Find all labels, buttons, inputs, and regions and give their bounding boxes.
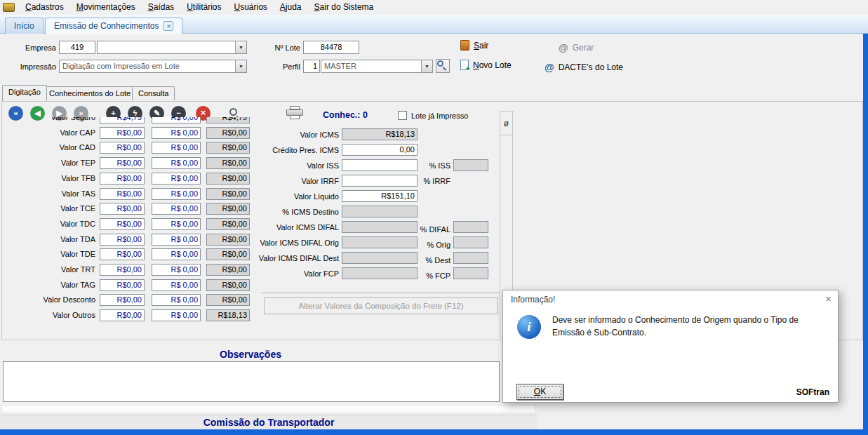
value-row: Valor TASR$0,00R$ 0,00R$0,00 <box>4 188 257 200</box>
value-field-col2[interactable]: R$ 0,00 <box>152 248 201 260</box>
menu-movimentacoes[interactable]: Movimentações <box>70 0 142 15</box>
observacoes-textarea[interactable] <box>3 361 500 402</box>
value-field-col1[interactable]: R$0,00 <box>100 127 145 139</box>
value-field-col3: R$0,00 <box>206 294 250 306</box>
value-field-col1[interactable]: R$0,00 <box>100 203 145 215</box>
pct-icms-destino-label: % ICMS Destino <box>253 208 339 216</box>
value-field-col2[interactable]: R$ 0,00 <box>152 294 201 306</box>
perfil-combo[interactable]: MASTER ▼ <box>321 60 433 73</box>
value-field-col1[interactable]: R$0,00 <box>100 188 145 200</box>
value-field-col2[interactable]: R$ 0,00 <box>152 279 201 291</box>
lote-impresso-checkbox[interactable] <box>398 111 407 120</box>
dacte-button[interactable]: @ DACTE's do Lote <box>545 62 623 73</box>
subtab-consulta[interactable]: Consulta <box>132 86 175 100</box>
app-window: Cadastros Movimentações Saídas Utilitári… <box>0 0 868 435</box>
empresa-combo[interactable]: ▼ <box>97 41 247 54</box>
sair-button-label: Sair <box>474 41 488 51</box>
sair-button[interactable]: Sair <box>460 40 488 51</box>
search-icon <box>436 60 448 71</box>
chevron-down-icon[interactable]: ▼ <box>235 41 246 53</box>
pct-dest-label: % Dest <box>420 256 450 265</box>
chevron-down-icon[interactable]: ▼ <box>421 60 432 72</box>
tab-emissao-conhecimentos[interactable]: Emissão de Conhecimentos × <box>45 18 182 34</box>
pct-difal-label: % DIFAL <box>420 225 450 234</box>
window-border-bottom <box>0 429 868 435</box>
tab-inicio[interactable]: Início <box>5 18 44 34</box>
menu-utilitarios[interactable]: Utilitários <box>180 0 227 15</box>
value-field-col2[interactable]: R$ 0,00 <box>152 117 201 123</box>
pct-dest-field <box>453 252 488 264</box>
menu-usuarios[interactable]: Usuários <box>227 0 273 15</box>
subtab-conhecimentos-do-lote[interactable]: Conhecimentos do Lote <box>43 86 137 100</box>
value-row-label: Valor TRT <box>4 265 95 274</box>
menu-cadastros[interactable]: Cadastros <box>19 0 70 15</box>
dacte-label: DACTE's do Lote <box>559 62 623 72</box>
impressao-label: Impressão <box>14 62 56 71</box>
subtab-digitacao[interactable]: Digitação <box>2 85 47 101</box>
value-field-col1[interactable]: R$0,00 <box>100 218 145 230</box>
value-field-col2[interactable]: R$ 0,00 <box>152 309 201 321</box>
valor-icms-difal-label: Valor ICMS DIFAL <box>253 223 339 232</box>
value-row: Valor TAGR$0,00R$ 0,00R$0,00 <box>4 279 257 291</box>
perfil-search-button[interactable] <box>436 59 450 73</box>
lote-label: Nº Lote <box>267 44 300 52</box>
value-field-col2[interactable]: R$ 0,00 <box>152 188 201 200</box>
value-field-col2[interactable]: R$ 0,00 <box>152 218 201 230</box>
menu-ajuda[interactable]: Ajuda <box>274 0 308 15</box>
value-field-col1[interactable]: R$0,00 <box>100 157 145 169</box>
value-row: Valor OutrosR$0,00R$ 0,00R$18,13 <box>4 309 257 321</box>
menu-sair-do-sistema[interactable]: Sair do Sistema <box>308 0 380 15</box>
value-field-col1[interactable]: R$0,00 <box>100 264 145 276</box>
tab-close-icon[interactable]: × <box>163 21 173 31</box>
perfil-code-field[interactable]: 1 <box>303 60 320 73</box>
value-field-col2[interactable]: R$ 0,00 <box>152 203 201 215</box>
menubar: Cadastros Movimentações Saídas Utilitári… <box>0 0 868 15</box>
credito-pres-icms-field[interactable]: 0,00 <box>342 144 418 156</box>
ok-button[interactable]: OK <box>516 384 563 400</box>
value-field-col1[interactable]: R$0,00 <box>100 234 145 246</box>
value-field-col1[interactable]: R$0,00 <box>100 309 145 321</box>
valor-icms-difal-orig-field <box>342 236 418 248</box>
print-button[interactable] <box>286 106 303 120</box>
value-field-col2[interactable]: R$ 0,00 <box>152 127 201 139</box>
value-field-col1[interactable]: R$0,00 <box>100 279 145 291</box>
ok-button-label: OK <box>534 384 546 399</box>
value-field-col2[interactable]: R$ 0,00 <box>152 234 201 246</box>
menu-saidas[interactable]: Saídas <box>142 0 180 15</box>
value-row: Valor TRTR$0,00R$ 0,00R$0,00 <box>4 264 257 276</box>
value-field-col2[interactable]: R$ 0,00 <box>152 173 201 185</box>
valor-icms-difal-dest-field <box>342 252 418 264</box>
value-row-label: Valor TEP <box>4 159 95 167</box>
value-field-col1[interactable]: R$0,00 <box>100 248 145 260</box>
value-field-col1[interactable]: R$0,00 <box>100 173 145 185</box>
tab-strip: Início Emissão de Conhecimentos × <box>0 15 868 34</box>
value-row-label: Valor CAD <box>4 143 95 152</box>
empresa-label: Empresa <box>14 44 56 52</box>
valor-irrf-field[interactable] <box>342 175 418 187</box>
lote-field[interactable]: 84478 <box>303 41 359 54</box>
empresa-code-field[interactable]: 419 <box>59 41 95 54</box>
chevron-down-icon[interactable]: ▼ <box>235 60 246 72</box>
value-field-col2[interactable]: R$ 0,00 <box>152 264 201 276</box>
alterar-valores-button[interactable]: Alterar Valores da Composição do Frete (… <box>264 297 498 314</box>
value-field-col1[interactable]: R$4,75 <box>100 117 145 123</box>
at-icon: @ <box>545 62 554 73</box>
value-field-col2[interactable]: R$ 0,00 <box>152 142 201 154</box>
value-field-col1[interactable]: R$0,00 <box>100 142 145 154</box>
value-field-col3: R$4,75 <box>206 117 250 123</box>
valor-iss-field[interactable] <box>342 159 418 171</box>
impressao-combo[interactable]: Digitação com Impressão em Lote ▼ <box>59 60 247 73</box>
value-field-col3: R$0,00 <box>206 279 250 291</box>
close-icon[interactable]: × <box>825 293 832 304</box>
value-field-col1[interactable]: R$0,00 <box>100 294 145 306</box>
impressao-combo-value: Digitação com Impressão em Lote <box>62 62 180 70</box>
value-row: Valor TDER$0,00R$ 0,00R$0,00 <box>4 248 257 260</box>
values-table: Valor SeguroR$4,75R$ 0,00R$4,75Valor CAP… <box>4 117 257 328</box>
valor-fcp-field <box>342 267 418 279</box>
pct-orig-label: % Orig <box>420 241 450 249</box>
novo-lote-button[interactable]: + Novo Lote <box>460 60 512 70</box>
valor-liquido-field[interactable]: R$151,10 <box>342 190 418 202</box>
side-marker-icon: ø <box>500 112 512 135</box>
value-row: Valor TFBR$0,00R$ 0,00R$0,00 <box>4 173 257 185</box>
value-field-col2[interactable]: R$ 0,00 <box>152 157 201 169</box>
